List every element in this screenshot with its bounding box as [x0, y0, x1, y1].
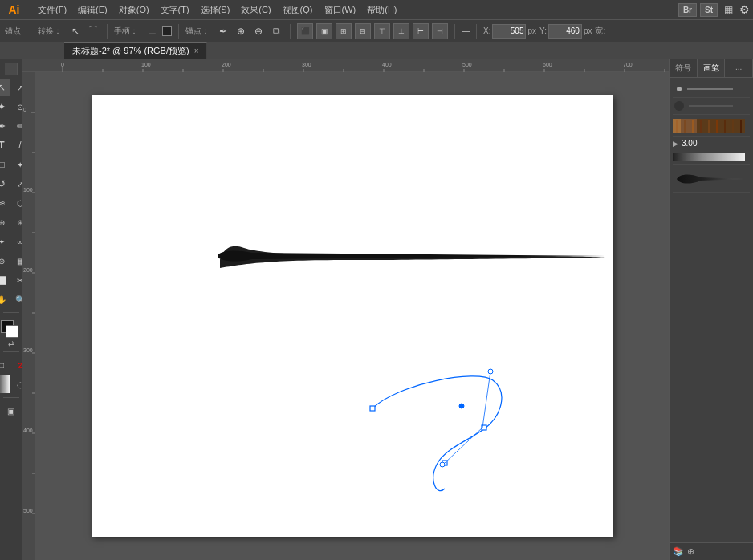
panel-tab-symbol[interactable]: 符号 [670, 59, 698, 77]
panel-tab-more[interactable]: ... [725, 59, 753, 77]
search-icon[interactable]: ⚙ [739, 3, 750, 16]
w-label: 宽: [595, 26, 605, 37]
x-input[interactable] [492, 24, 526, 39]
svg-text:500: 500 [23, 508, 33, 513]
panel-tab-bar: 符号 画笔 ... [670, 59, 753, 78]
control-point-3 [440, 462, 445, 467]
tool-hand[interactable]: ✋ [0, 290, 10, 308]
brush-preview-thick [673, 168, 745, 190]
anchor-pen-btn[interactable]: ✒ [216, 24, 230, 39]
brush-item-thick[interactable] [673, 165, 750, 193]
tool-warp[interactable]: ≋ [0, 194, 10, 212]
svg-text:700: 700 [623, 62, 633, 67]
tool-rect[interactable]: □ [0, 156, 10, 173]
handle-line-2 [445, 428, 482, 463]
drawing-canvas [92, 95, 613, 537]
handle-line-1 [482, 371, 490, 428]
align-bl[interactable]: ⊢ [413, 23, 429, 39]
tool-eyedropper[interactable]: ✦ [0, 233, 10, 250]
tool-select[interactable]: ↖ [0, 79, 10, 96]
svg-text:300: 300 [23, 347, 33, 353]
y-coord-group: Y: px [539, 24, 592, 39]
toolbar-sep-1 [31, 24, 31, 39]
menu-text[interactable]: 文字(T) [156, 2, 194, 18]
brush-size-value: 3.00 [682, 139, 697, 148]
panel-library-icon[interactable]: 📚 [673, 546, 684, 557]
panel-add-icon[interactable]: ⊕ [687, 546, 694, 557]
menu-object[interactable]: 对象(O) [114, 2, 154, 18]
align-mc[interactable]: ⊤ [374, 23, 390, 39]
align-ml[interactable]: ⊟ [355, 23, 371, 39]
anchor-remove-btn[interactable]: ⊖ [251, 24, 266, 39]
tool-symbol-spray[interactable]: ⊛ [0, 252, 10, 270]
toolbar-color-box[interactable] [162, 26, 172, 36]
brush-size-row: ▶ 3.00 [673, 137, 750, 149]
app-logo: Ai [3, 3, 25, 16]
menu-select[interactable]: 选择(S) [196, 2, 235, 18]
tab-close-btn[interactable]: × [194, 47, 199, 55]
menu-view[interactable]: 视图(Q) [278, 2, 318, 18]
anchor-add-btn[interactable]: ⊕ [234, 24, 248, 39]
left-toolbar-sep-2 [3, 351, 19, 352]
brush-size-arrow-icon: ▶ [673, 140, 678, 148]
active-tab[interactable]: 未标题-2* @ 97% (RGB/预览) × [64, 42, 207, 59]
swap-colors-icon[interactable]: ⇄ [8, 339, 14, 347]
left-toolbar-sep-3 [3, 397, 19, 398]
transform-label: 转换： [38, 26, 62, 37]
stock-btn[interactable]: St [700, 3, 718, 17]
anchor2-label: 锚点： [185, 26, 210, 37]
svg-text:100: 100 [23, 187, 33, 193]
gradient-btn[interactable]: G [0, 375, 10, 393]
brush-item-1[interactable] [673, 81, 750, 98]
x-label: X: [483, 26, 490, 35]
brush-item-2[interactable] [673, 98, 750, 115]
background-color[interactable] [6, 325, 18, 338]
svg-text:100: 100 [141, 62, 151, 67]
tool-pen[interactable]: ✒ [0, 117, 10, 135]
menu-window[interactable]: 窗口(W) [320, 2, 361, 18]
workspace-switcher[interactable]: ▦ [724, 4, 733, 15]
ruler-vertical: 0 100 200 300 400 500 [22, 72, 35, 560]
svg-text:0: 0 [61, 62, 64, 67]
panel-tab-brush[interactable]: 画笔 [698, 59, 726, 77]
tool-shape-builder[interactable]: ⊕ [0, 213, 10, 231]
menu-help[interactable]: 帮助(H) [362, 2, 401, 18]
handle-btn[interactable]: ⚊ [144, 24, 159, 39]
options-toolbar: 锚点 转换： ↖ ⌒ 手柄： ⚊ 锚点： ✒ ⊕ ⊖ ⧉ ⬛ ▣ ⊞ ⊟ ⊤ ⊥… [0, 19, 753, 42]
anchor-point-1 [370, 406, 375, 411]
color-area: ⇄ [1, 320, 22, 347]
tool-type[interactable]: T [0, 136, 10, 154]
svg-text:300: 300 [302, 62, 311, 67]
bridge-btn[interactable]: Br [678, 3, 697, 17]
ruler-horizontal: 0 100 200 300 400 500 [22, 59, 669, 72]
svg-point-41 [677, 87, 682, 91]
transform-btn-2[interactable]: ⌒ [86, 24, 100, 39]
left-toolbar-sep [3, 312, 19, 313]
fill-color-btn[interactable]: □ [0, 356, 10, 374]
svg-text:200: 200 [23, 267, 33, 273]
brush-item-gradient[interactable] [673, 149, 750, 165]
align-tc[interactable]: ▣ [316, 23, 332, 39]
svg-point-43 [674, 101, 684, 111]
menu-effect[interactable]: 效果(C) [236, 2, 275, 18]
anchor-convert-btn[interactable]: ⧉ [269, 24, 283, 39]
menu-edit[interactable]: 编辑(E) [73, 2, 112, 18]
transform-btn-1[interactable]: ↖ [68, 24, 83, 39]
align-mr[interactable]: ⊥ [393, 23, 409, 39]
tool-magic-wand[interactable]: ✦ [0, 98, 10, 116]
menu-file[interactable]: 文件(F) [33, 2, 71, 18]
tool-artboard[interactable]: ⬜ [0, 271, 10, 289]
brush-item-texture[interactable] [673, 115, 750, 137]
align-tr[interactable]: ⊞ [336, 23, 352, 39]
toolbar-sep-6 [476, 24, 477, 39]
y-input[interactable] [548, 24, 582, 39]
align-tl[interactable]: ⬛ [297, 23, 313, 39]
align-bc[interactable]: ⊣ [432, 23, 448, 39]
toolbar-sep-5 [454, 24, 455, 39]
canvas-area: 0 100 200 300 400 500 [22, 59, 669, 560]
tool-rotate[interactable]: ↺ [0, 175, 10, 193]
x-coord-group: X: px [483, 24, 536, 39]
svg-rect-57 [673, 153, 745, 161]
y-unit: px [584, 26, 592, 35]
change-screen-btn[interactable]: ▣ [2, 402, 20, 420]
